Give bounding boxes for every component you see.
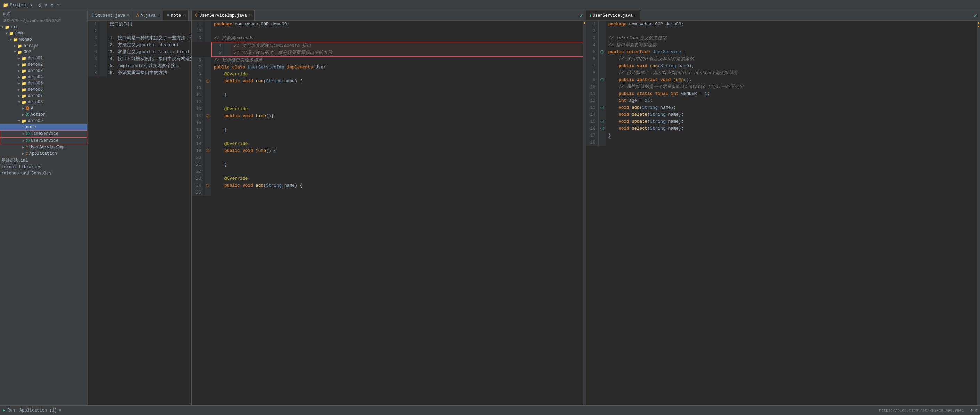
tab-run[interactable]: ▶ × <box>189 10 192 21</box>
userservice-close-icon[interactable]: × <box>635 14 636 18</box>
src-folder-icon: 📁 <box>5 25 10 30</box>
userserviceimp-tab-bar: C UserServiceImp.java × ✓ <box>192 10 586 21</box>
tab-A-java[interactable]: A A.java × <box>133 10 163 21</box>
expand-arrow: ▶ <box>18 69 20 73</box>
expand-arrow: ▶ <box>18 75 20 79</box>
line-row: 8 6. 必须要重写接口中的方法 <box>88 70 191 77</box>
line-row: 19 Ⓞ public void jump() { <box>192 147 586 154</box>
tab-Student-java[interactable]: J Student.java × <box>88 10 133 21</box>
sidebar-item-scratches[interactable]: ratches and Consoles <box>0 170 87 177</box>
line-row: 7 5. implements可以实现多个接口 <box>88 62 191 70</box>
line-row: 2 <box>192 28 586 35</box>
sidebar-item-wchao[interactable]: ▼ 📁 wchao <box>0 37 87 43</box>
userservice-editor-scroll[interactable]: 1 package com.wchao.OOP.demo09; 2 3 // i… <box>586 21 980 405</box>
minus-icon[interactable]: − <box>57 2 60 8</box>
app-label: Application (1) <box>19 408 57 413</box>
line-row: 2 <box>88 28 191 35</box>
sidebar-item-demo08[interactable]: ▼ 📁 demo08 <box>0 99 87 105</box>
margin-indicator <box>583 21 586 405</box>
sidebar-item-Application[interactable]: ▶ C Application <box>0 150 87 157</box>
demo02-folder-icon: 📁 <box>22 62 26 67</box>
editors-area: J Student.java × A A.java × ≡ note × ▶ × <box>88 10 980 405</box>
expand-arrow: ▼ <box>18 101 20 104</box>
sidebar-item-ext-libs[interactable]: ternal Libraries <box>0 164 87 170</box>
line-row: 21 } <box>192 161 586 168</box>
sidebar-item-demo07[interactable]: ▶ 📁 demo07 <box>0 93 87 99</box>
sidebar-item-UserService[interactable]: ▶ Ⓘ UserService <box>0 137 87 144</box>
settings-icon[interactable]: ⚙ <box>51 2 54 8</box>
line-row: 7 public class UserServiceImp implements… <box>192 64 586 71</box>
bottom-settings-icon[interactable]: ⚙ <box>975 409 977 413</box>
run-label: Run: <box>7 408 18 413</box>
editor-userservice: ℹ UserService.java × ✓ 1 package com.wch… <box>586 10 980 405</box>
demo08-folder-icon: 📁 <box>22 100 26 105</box>
sidebar-item-demo01[interactable]: ▶ 📁 demo01 <box>0 55 87 62</box>
swap-icon[interactable]: ⇄ <box>45 2 47 8</box>
student-java-icon: J <box>91 13 94 18</box>
sidebar-item-demo04[interactable]: ▶ 📁 demo04 <box>0 74 87 80</box>
line-row: 13 @Override <box>192 106 586 113</box>
line-row: 23 @Override <box>192 175 586 182</box>
sidebar-item-demo06[interactable]: ▶ 📁 demo06 <box>0 86 87 93</box>
line-row: 16 } <box>192 126 586 134</box>
line-row: 18 @Override <box>192 140 586 147</box>
line-row: 16 Ⓘ void select(String name); <box>586 125 980 132</box>
sidebar-item-com[interactable]: ▼ 📁 com <box>0 30 87 37</box>
run-tab[interactable]: ▶ Run: Application (1) × <box>3 408 62 413</box>
sidebar-item-A[interactable]: ▶ 🅐 A <box>0 105 87 112</box>
expand-arrow: ▼ <box>14 50 16 54</box>
tab-UserService-java[interactable]: ℹ UserService.java × <box>586 10 640 21</box>
line-row: 2 <box>586 28 980 35</box>
userserviceimp-java-icon: C <box>195 13 197 18</box>
Action-interface-icon: Ⓘ <box>26 112 29 117</box>
expand-arrow: ▶ <box>22 145 24 150</box>
tab-UserServiceImp-java[interactable]: C UserServiceImp.java × <box>192 10 255 21</box>
sidebar-item-UserServiceImp[interactable]: ▶ C UserServiceImp <box>0 144 87 150</box>
sidebar-item-Action[interactable]: ▶ Ⓘ Action <box>0 112 87 118</box>
sidebar-item-oop[interactable]: ▼ 📁 OOP <box>0 49 87 55</box>
line-row: 10 <box>192 85 586 92</box>
line-row: 1 package com.wchao.OOP.demo09; <box>586 21 980 28</box>
demo01-folder-icon: 📁 <box>22 56 26 61</box>
bottom-gear-icon[interactable]: ⚙ <box>970 409 973 413</box>
sidebar-item-demo03[interactable]: ▶ 📁 demo03 <box>0 68 87 74</box>
line-row: 3 // interface定义的关键字 <box>586 35 980 42</box>
demo05-folder-icon: 📁 <box>22 81 26 86</box>
sidebar-item-TimeService[interactable]: ▶ Ⓘ TimeService <box>0 130 87 137</box>
expand-arrow: ▼ <box>10 38 12 42</box>
note-close-icon[interactable]: × <box>183 14 185 18</box>
sync-icon[interactable]: ↻ <box>38 2 41 8</box>
bottom-bar: ▶ Run: Application (1) × https://blog.cs… <box>0 405 980 415</box>
a-close-icon[interactable]: × <box>158 14 159 18</box>
demo07-folder-icon: 📁 <box>22 94 26 98</box>
oop-folder-icon: 📁 <box>18 50 22 54</box>
tab-note[interactable]: ≡ note × <box>163 10 189 21</box>
student-close-icon[interactable]: × <box>127 14 129 18</box>
userserviceimp-close-icon[interactable]: × <box>249 14 251 18</box>
line-row: 22 <box>192 168 586 175</box>
expand-arrow: ▶ <box>22 106 24 110</box>
sidebar-item-src[interactable]: ▼ 📁 src <box>0 24 87 30</box>
note-icon: ≡ <box>167 13 169 18</box>
sidebar-item-iml[interactable]: 基础语法.iml <box>0 157 87 164</box>
line-row: 11 public static final int GENDER = 1; <box>586 90 980 97</box>
margin-mark <box>584 22 585 24</box>
run-close-icon[interactable]: × <box>59 408 62 413</box>
Application-class-icon: C <box>26 152 28 156</box>
sidebar-item-demo05[interactable]: ▶ 📁 demo05 <box>0 80 87 86</box>
userserviceimp-editor-scroll[interactable]: 1 package com.wchao.OOP.demo09; 2 3 // 抽… <box>192 21 586 405</box>
right-margin-indicator <box>977 21 980 405</box>
sidebar-item-demo09[interactable]: ▼ 📁 demo09 <box>0 118 87 124</box>
line-row: 15 <box>192 120 586 126</box>
project-label[interactable]: 📁 Project ▾ <box>3 2 33 8</box>
sidebar-item-demo02[interactable]: ▶ 📁 demo02 <box>0 62 87 68</box>
note-editor-scroll[interactable]: 1 接口的作用 2 3 1. 接口就是一种约束定义了一些方法，让不同 <box>88 21 191 405</box>
sidebar-item-note[interactable]: ≡ note <box>0 124 87 130</box>
folder-icon: 📁 <box>3 2 8 8</box>
userservice-tab-bar: ℹ UserService.java × ✓ <box>586 10 980 21</box>
margin-mark-yellow2 <box>978 26 979 27</box>
a-java-icon: A <box>137 13 139 18</box>
line-row: 9 Ⓞ public void run(String name) { <box>192 78 586 85</box>
expand-arrow: ▶ <box>18 88 20 92</box>
sidebar-item-arrays[interactable]: ▶ 📁 arrays <box>0 43 87 49</box>
